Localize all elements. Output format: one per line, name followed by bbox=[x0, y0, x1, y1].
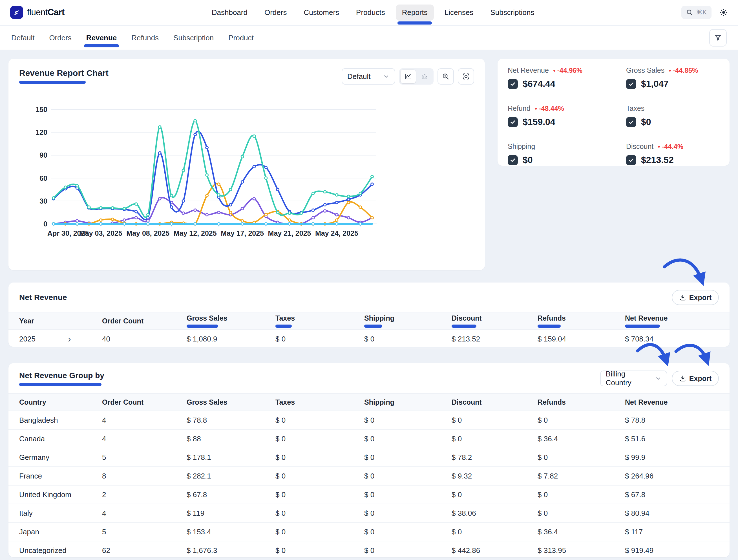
column-header-order-count: Order Count bbox=[102, 398, 187, 406]
tab-refunds[interactable]: Refunds bbox=[131, 26, 159, 50]
line-chart-toggle[interactable] bbox=[401, 70, 416, 83]
column-highlight-bar bbox=[537, 324, 561, 328]
focus-scan-icon bbox=[462, 72, 470, 80]
cell: $ 0 bbox=[537, 509, 625, 518]
theme-toggle-button[interactable] bbox=[719, 8, 728, 17]
column-highlight-bar bbox=[275, 324, 292, 328]
brand-logo[interactable]: fluentCart bbox=[10, 6, 64, 19]
cell: $ 0 bbox=[364, 528, 452, 536]
nav-item-subscriptions[interactable]: Subscriptions bbox=[484, 5, 540, 21]
stat-checkbox[interactable] bbox=[508, 79, 518, 89]
cell: $ 0 bbox=[537, 416, 625, 425]
nav-item-licenses[interactable]: Licenses bbox=[438, 5, 480, 21]
nav-item-products[interactable]: Products bbox=[350, 5, 391, 21]
cell: $ 0 bbox=[452, 416, 537, 425]
stats-row: Shipping$0Discount▼-44.4%$213.52 bbox=[508, 135, 719, 173]
cell: $ 0 bbox=[452, 528, 537, 536]
chart-range-select[interactable]: Default bbox=[342, 68, 395, 84]
stat-value: $674.44 bbox=[522, 79, 555, 89]
column-header-gross-sales: Gross Sales bbox=[187, 314, 275, 328]
chevron-down-icon bbox=[655, 375, 662, 382]
column-header-discount: Discount bbox=[452, 398, 537, 406]
stat-checkbox[interactable] bbox=[626, 117, 636, 127]
column-header-year: Year bbox=[19, 317, 102, 325]
tab-default[interactable]: Default bbox=[11, 26, 34, 50]
group-row-united-kingdom: United Kingdom2$ 67.8$ 0$ 0$ 0$ 0$ 67.8 bbox=[8, 486, 730, 504]
cell: $ 1,676.3 bbox=[187, 546, 275, 555]
svg-text:0: 0 bbox=[43, 220, 47, 228]
stat-label: Gross Sales bbox=[626, 66, 664, 74]
cell: $ 0 bbox=[364, 472, 452, 481]
nav-item-dashboard[interactable]: Dashboard bbox=[206, 5, 254, 21]
net-revenue-export-button[interactable]: Export bbox=[672, 290, 719, 305]
cell: $ 9.32 bbox=[452, 472, 537, 481]
cell: $ 0 bbox=[364, 509, 452, 518]
country-cell: Italy bbox=[19, 509, 102, 518]
triangle-down-icon: ▼ bbox=[657, 145, 661, 149]
nav-item-reports[interactable]: Reports bbox=[396, 5, 434, 21]
top-navigation: fluentCart DashboardOrdersCustomersProdu… bbox=[0, 0, 738, 25]
revenue-stats-card: Net Revenue▼-44.96%$674.44Gross Sales▼-4… bbox=[497, 59, 730, 166]
cell: $ 178.1 bbox=[187, 453, 275, 462]
column-highlight-bar bbox=[625, 324, 660, 328]
group-by-select[interactable]: Billing Country bbox=[600, 370, 667, 386]
bar-chart-toggle[interactable] bbox=[417, 70, 432, 83]
svg-text:120: 120 bbox=[35, 128, 47, 136]
stats-row: Refund▼-48.44%$159.04Taxes$0 bbox=[508, 97, 719, 135]
download-icon bbox=[679, 294, 686, 301]
stat-checkbox[interactable] bbox=[508, 117, 518, 127]
revenue-line-chart[interactable]: 0306090120150Apr 30, 2025May 03, 2025May… bbox=[8, 101, 476, 248]
tab-revenue[interactable]: Revenue bbox=[86, 26, 117, 50]
tab-subscription[interactable]: Subscription bbox=[173, 26, 214, 50]
cell: 2 bbox=[102, 490, 187, 499]
cell: $ 119 bbox=[187, 509, 275, 518]
bar-chart-icon bbox=[421, 73, 428, 80]
tab-product[interactable]: Product bbox=[228, 26, 254, 50]
chart-reset-view-button[interactable] bbox=[458, 68, 474, 84]
cell: $ 442.86 bbox=[452, 546, 537, 555]
zoom-in-icon bbox=[442, 72, 450, 80]
country-cell: Germany bbox=[19, 453, 102, 462]
triangle-down-icon: ▼ bbox=[534, 106, 538, 111]
stat-value: $0 bbox=[522, 155, 533, 165]
stat-value: $1,047 bbox=[641, 79, 669, 89]
cell: $ 0 bbox=[275, 472, 364, 481]
group-by-title-highlight bbox=[19, 383, 101, 386]
cell: $ 0 bbox=[275, 335, 364, 343]
search-button[interactable]: ⌘K bbox=[681, 6, 712, 19]
group-by-table-body: Bangladesh4$ 78.8$ 0$ 0$ 0$ 0$ 78.8Canad… bbox=[8, 411, 730, 557]
group-by-export-button[interactable]: Export bbox=[672, 371, 719, 386]
cell: 40 bbox=[102, 335, 187, 343]
stat-checkbox[interactable] bbox=[508, 155, 518, 165]
stat-checkbox[interactable] bbox=[626, 79, 636, 89]
chart-title-highlight bbox=[19, 81, 86, 84]
stat-delta: ▼-44.4% bbox=[657, 143, 683, 151]
cell: $ 153.4 bbox=[187, 528, 275, 536]
stat-label: Net Revenue bbox=[508, 66, 549, 74]
stat-taxes: Taxes$0 bbox=[626, 104, 719, 127]
tab-orders[interactable]: Orders bbox=[49, 26, 71, 50]
cell: $ 0 bbox=[275, 509, 364, 518]
cell: $ 0 bbox=[364, 546, 452, 555]
stat-checkbox[interactable] bbox=[626, 155, 636, 165]
chevron-right-icon[interactable]: › bbox=[68, 334, 71, 343]
cell: $ 0 bbox=[275, 416, 364, 425]
arrow-to-export-1 bbox=[664, 260, 702, 281]
chart-controls: Default bbox=[342, 68, 474, 84]
column-header-country: Country bbox=[19, 398, 102, 406]
nav-menu: DashboardOrdersCustomersProductsReportsL… bbox=[64, 5, 681, 21]
triangle-down-icon: ▼ bbox=[552, 68, 557, 73]
column-header-gross-sales: Gross Sales bbox=[187, 398, 275, 406]
net-revenue-table-row[interactable]: 2025›40$ 1,080.9$ 0$ 0$ 213.52$ 159.04$ … bbox=[8, 330, 730, 348]
export-label: Export bbox=[689, 374, 712, 383]
filter-button[interactable] bbox=[709, 29, 727, 46]
cell: $ 1,080.9 bbox=[187, 335, 275, 343]
chart-range-value: Default bbox=[347, 72, 370, 81]
stat-value: $213.52 bbox=[641, 155, 674, 165]
nav-item-orders[interactable]: Orders bbox=[258, 5, 293, 21]
cell: $ 0 bbox=[452, 490, 537, 499]
chart-zoom-button[interactable] bbox=[437, 68, 454, 84]
export-label: Export bbox=[689, 294, 712, 302]
nav-item-customers[interactable]: Customers bbox=[297, 5, 345, 21]
cell: $ 78.8 bbox=[187, 416, 275, 425]
